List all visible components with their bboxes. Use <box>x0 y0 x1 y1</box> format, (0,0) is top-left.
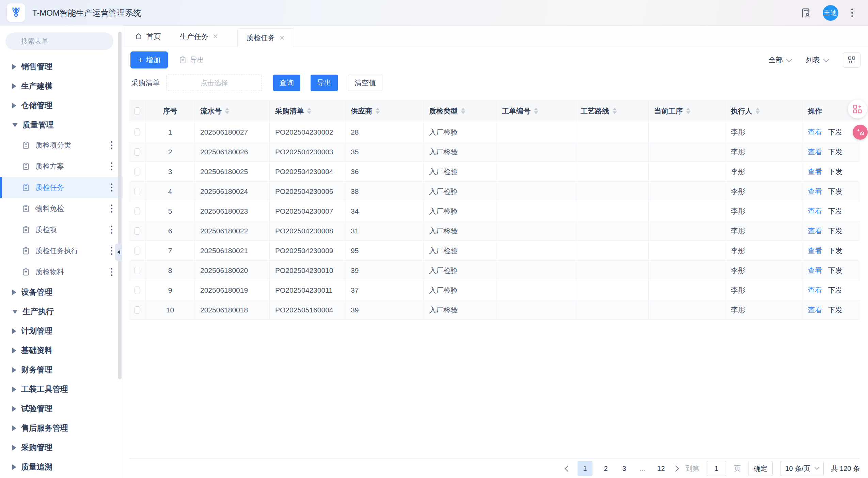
view-action-link[interactable]: 查看 <box>808 147 822 157</box>
row-checkbox[interactable] <box>135 148 140 156</box>
goto-page-input[interactable] <box>707 461 726 476</box>
view-action-link[interactable]: 查看 <box>808 246 822 256</box>
sort-icon[interactable] <box>756 108 760 114</box>
sort-icon[interactable] <box>461 108 465 114</box>
row-checkbox[interactable] <box>135 306 140 314</box>
tab-quality-task[interactable]: 质检任务 ✕ <box>237 28 294 47</box>
sidebar-sub-item[interactable]: 质检方案 <box>0 156 123 177</box>
column-header[interactable]: 流水号 <box>195 100 270 122</box>
row-checkbox[interactable] <box>135 267 140 274</box>
sidebar-sub-item[interactable]: 物料免检 <box>0 198 123 219</box>
row-checkbox[interactable] <box>135 287 140 294</box>
page-size-select[interactable]: 10 条/页 <box>780 461 823 476</box>
dispatch-action-link[interactable]: 下发 <box>828 246 842 256</box>
view-action-link[interactable]: 查看 <box>808 206 822 216</box>
page-number[interactable]: 1 <box>578 461 593 476</box>
row-checkbox[interactable] <box>135 188 140 195</box>
dispatch-action-link[interactable]: 下发 <box>828 187 842 196</box>
sort-icon[interactable] <box>225 108 229 114</box>
view-action-link[interactable]: 查看 <box>808 127 822 137</box>
select-all-checkbox[interactable] <box>135 107 140 115</box>
dispatch-action-link[interactable]: 下发 <box>828 206 842 216</box>
sidebar-item[interactable]: 工装工具管理 <box>0 380 123 399</box>
dispatch-action-link[interactable]: 下发 <box>828 286 842 295</box>
column-header[interactable]: 供应商 <box>345 100 424 122</box>
sort-icon[interactable] <box>686 108 690 114</box>
item-more-icon[interactable] <box>110 161 114 172</box>
view-action-link[interactable]: 查看 <box>808 187 822 196</box>
view-action-link[interactable]: 查看 <box>808 226 822 236</box>
next-page-icon[interactable] <box>673 465 679 472</box>
column-header[interactable]: 采购清单 <box>270 100 345 122</box>
item-more-icon[interactable] <box>110 224 114 235</box>
close-icon[interactable]: ✕ <box>279 34 285 41</box>
add-button[interactable]: + 增加 <box>130 51 168 68</box>
row-checkbox[interactable] <box>135 227 140 235</box>
item-more-icon[interactable] <box>110 245 114 256</box>
dispatch-action-link[interactable]: 下发 <box>828 147 842 157</box>
sidebar-item[interactable]: 销售管理 <box>0 57 123 76</box>
page-number[interactable]: 12 <box>656 461 666 476</box>
sidebar-item[interactable]: 仓储管理 <box>0 96 123 115</box>
row-checkbox[interactable] <box>135 207 140 215</box>
translate-widget-button[interactable]: A <box>853 125 868 140</box>
dispatch-action-link[interactable]: 下发 <box>828 305 842 315</box>
sidebar-item[interactable]: 财务管理 <box>0 360 123 380</box>
tab-production-task[interactable]: 生产任务 ✕ <box>180 26 218 47</box>
close-icon[interactable]: ✕ <box>212 33 218 40</box>
document-user-icon[interactable] <box>800 7 811 19</box>
sort-icon[interactable] <box>376 108 380 114</box>
column-header[interactable]: 质检类型 <box>424 100 496 122</box>
dispatch-action-link[interactable]: 下发 <box>828 167 842 176</box>
sidebar-item[interactable]: 质量追溯 <box>0 457 123 477</box>
sort-icon[interactable] <box>534 108 538 114</box>
sidebar-scrollbar[interactable] <box>118 32 122 379</box>
row-checkbox[interactable] <box>135 247 140 255</box>
sidebar-item[interactable]: 基础资料 <box>0 341 123 360</box>
prev-page-icon[interactable] <box>565 465 571 472</box>
view-mode-dropdown[interactable]: 列表 <box>806 55 828 65</box>
sidebar-item[interactable]: 试验管理 <box>0 399 123 418</box>
extension-widget-button[interactable] <box>848 99 867 119</box>
item-more-icon[interactable] <box>110 182 114 193</box>
sidebar-item[interactable]: 设备管理 <box>0 282 123 302</box>
sidebar-item[interactable]: 采购管理 <box>0 438 123 457</box>
sidebar-sub-item[interactable]: 质检项 <box>0 219 123 240</box>
sidebar-item[interactable]: 售后服务管理 <box>0 418 123 438</box>
row-checkbox[interactable] <box>135 128 140 136</box>
sidebar-item[interactable]: 生产建模 <box>0 76 123 96</box>
view-action-link[interactable]: 查看 <box>808 286 822 295</box>
dispatch-action-link[interactable]: 下发 <box>828 266 842 275</box>
more-menu-icon[interactable] <box>850 7 854 18</box>
sidebar-item[interactable]: 质量管理 <box>0 115 123 135</box>
sort-icon[interactable] <box>613 108 617 114</box>
row-checkbox[interactable] <box>135 168 140 175</box>
dispatch-action-link[interactable]: 下发 <box>828 127 842 137</box>
po-picker[interactable] <box>167 75 262 91</box>
export-button-disabled[interactable]: 导出 <box>179 55 204 65</box>
column-header[interactable]: 工单编号 <box>496 100 575 122</box>
sidebar-sub-item[interactable]: 质检物料 <box>0 261 123 282</box>
item-more-icon[interactable] <box>110 203 114 214</box>
sidebar-item[interactable]: 计划管理 <box>0 321 123 341</box>
sidebar-collapse-handle[interactable] <box>115 244 122 261</box>
view-action-link[interactable]: 查看 <box>808 167 822 176</box>
sidebar-sub-item[interactable]: 质检项分类 <box>0 135 123 156</box>
item-more-icon[interactable] <box>110 266 114 277</box>
clear-button[interactable]: 清空值 <box>348 75 382 91</box>
column-header[interactable]: 工艺路线 <box>575 100 649 122</box>
page-number[interactable]: 3 <box>619 461 629 476</box>
column-header[interactable]: 执行人 <box>725 100 802 122</box>
sidebar-sub-item[interactable]: 质检任务 <box>0 177 123 198</box>
column-settings-button[interactable] <box>843 52 861 68</box>
column-header[interactable]: 当前工序 <box>649 100 725 122</box>
page-number[interactable]: 2 <box>601 461 611 476</box>
dispatch-action-link[interactable]: 下发 <box>828 226 842 236</box>
sidebar-sub-item[interactable]: 质检任务执行 <box>0 240 123 261</box>
filter-all-dropdown[interactable]: 全部 <box>769 55 791 65</box>
sort-icon[interactable] <box>307 108 311 114</box>
export-button[interactable]: 导出 <box>311 75 338 91</box>
po-picker-input[interactable] <box>167 75 262 91</box>
tab-home[interactable]: 首页 <box>135 26 161 47</box>
query-button[interactable]: 查询 <box>273 75 300 91</box>
